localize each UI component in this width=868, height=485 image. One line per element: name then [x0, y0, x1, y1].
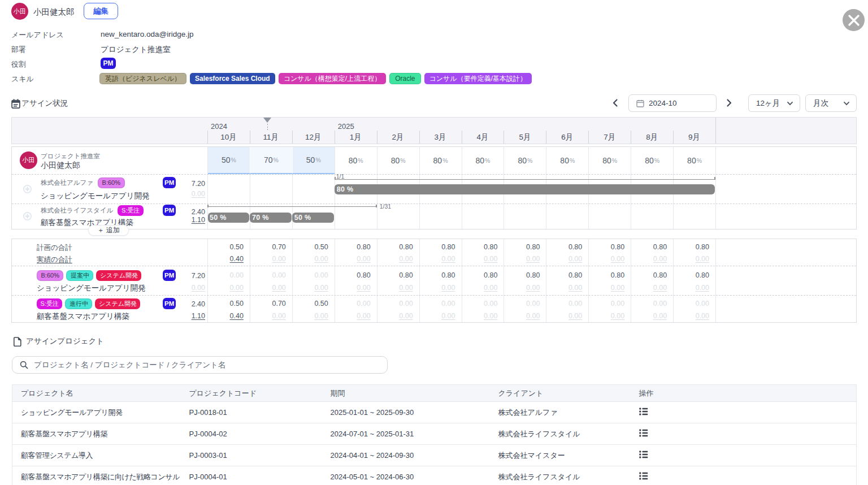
badges-line: B:60%提案中システム開発: [37, 270, 141, 281]
list-icon[interactable]: [639, 451, 648, 458]
table-row: 顧客基盤スマホアプリ構築PJ-0004-022024-07-01 ~ 2025-…: [12, 423, 857, 445]
add-assignment-button[interactable]: ＋ 追加: [88, 225, 129, 236]
column-header: 期間: [322, 385, 490, 402]
utilization-value: 80: [645, 156, 654, 165]
utilization-value: 80: [518, 156, 527, 165]
email-value: new_kentaro.oda@iridge.jp: [101, 30, 194, 38]
edit-button[interactable]: 編集: [84, 3, 118, 19]
month-value: 0.00: [591, 300, 624, 308]
utilization-cell: 80%: [674, 147, 715, 174]
table-cell: 顧客管理システム導入: [12, 445, 181, 466]
table-cell: 株式会社ライフスタイル: [490, 423, 631, 445]
utilization-cell: 70%: [250, 147, 292, 174]
percent-sign: %: [442, 157, 448, 164]
utilization-value: 80: [602, 156, 611, 165]
chevron-left-icon: [611, 98, 620, 107]
gantt-month-label: 11月: [250, 132, 292, 142]
status-badge: B:60%: [37, 270, 63, 281]
badges-line: S:受注進行中システム開発: [37, 298, 140, 309]
calendar-icon: [11, 99, 20, 109]
period-tick: [376, 205, 377, 207]
gantt-header-separator: [292, 131, 293, 144]
plan-total-label: 計画の合計: [37, 243, 72, 253]
percent-sign: %: [527, 157, 532, 164]
project-search[interactable]: [12, 356, 388, 374]
gantt-bar[interactable]: 50 %: [292, 213, 333, 223]
gantt-bar-label: 50 %: [210, 214, 227, 222]
table-cell: 顧客基盤スマホアプリ構築: [12, 423, 181, 445]
actions-cell: [631, 445, 857, 466]
month-value: 0.80: [422, 271, 455, 279]
project-search-input[interactable]: [34, 361, 387, 369]
month-value: 0.80: [463, 243, 497, 251]
utilization-cell: 80%: [377, 147, 419, 174]
period-tick: [714, 177, 715, 180]
gantt-bar[interactable]: 70 %: [250, 213, 291, 223]
mode-select[interactable]: 月次: [805, 94, 857, 112]
month-value: 0.40: [210, 312, 244, 320]
gantt-header-separator: [504, 131, 504, 144]
grid-line: [673, 239, 674, 322]
expand-icon[interactable]: [23, 185, 32, 193]
gantt-month-label: 8月: [631, 132, 673, 142]
month-value: 0.00: [675, 312, 709, 320]
month-value: 0.00: [252, 284, 286, 292]
mode-select-value: 月次: [813, 98, 828, 109]
period-line: [335, 179, 715, 180]
gantt-header-separator: [631, 131, 631, 144]
utilization-cell: 80%: [420, 147, 462, 174]
utilization-value: 80: [349, 156, 358, 165]
utilization-value: 70: [264, 155, 273, 164]
table-cell: ショッピングモールアプリ開発: [12, 402, 181, 423]
client-line: 株式会社ライフスタイルS:受注: [41, 205, 144, 216]
client-name: 株式会社アルファ: [41, 179, 93, 187]
actual-total: 1.10: [171, 216, 205, 224]
chevron-down-icon: [787, 100, 793, 107]
list-icon[interactable]: [639, 472, 648, 480]
month-value: 0.80: [548, 271, 582, 279]
range-select[interactable]: 12ヶ月: [748, 94, 800, 112]
calendar-small-icon: [636, 99, 644, 107]
prev-month-button[interactable]: [611, 98, 620, 109]
gantt-body: 50%70%50%80%80%80%80%80%80%80%80%80%小田プロ…: [11, 146, 857, 229]
month-value: 0.00: [337, 312, 371, 320]
grid-line: [377, 239, 377, 322]
utilization-cell: 80%: [631, 147, 673, 174]
next-month-button[interactable]: [724, 98, 734, 109]
month-value: 0.80: [591, 243, 624, 251]
close-button[interactable]: [843, 9, 865, 31]
close-icon: [848, 14, 860, 27]
client-line: 株式会社アルファB:60%: [41, 177, 125, 188]
department-label: 部署: [11, 45, 26, 55]
period-date-label: 1/31: [380, 203, 391, 210]
month-value: 0.00: [337, 284, 371, 292]
projects-table: プロジェクト名プロジェクトコード期間クライアント操作 ショッピングモールアプリ開…: [12, 384, 857, 485]
month-value: 0.00: [548, 255, 582, 263]
gantt-header-separator: [546, 131, 546, 144]
date-picker[interactable]: 2024-10: [628, 94, 717, 112]
totals-table: 計画の合計実績の合計0.500.700.500.800.800.800.800.…: [11, 239, 857, 323]
list-icon[interactable]: [639, 429, 648, 437]
gantt-month-label: 7月: [588, 132, 631, 142]
table-row: ショッピングモールアプリ開発PJ-0018-012025-01-01 ~ 202…: [12, 402, 857, 423]
month-value: 0.00: [506, 284, 540, 292]
plan-total: 2.40: [171, 208, 205, 216]
month-value: 0.00: [548, 300, 582, 308]
utilization-cell: 80%: [335, 147, 377, 174]
skills-list: 英語（ビジネスレベル）Salesforce Sales Cloudコンサル（構想…: [99, 73, 532, 84]
period-line: [207, 206, 377, 207]
avatar: 小田: [11, 3, 28, 20]
utilization-value: 80: [560, 156, 569, 165]
month-value: 0.80: [379, 243, 413, 251]
gantt-bar[interactable]: 80 %: [335, 184, 715, 194]
gantt-bar[interactable]: 50 %: [208, 213, 249, 223]
month-value: 0.00: [506, 300, 540, 308]
month-value: 0.80: [675, 243, 709, 251]
month-value: 0.00: [506, 255, 540, 263]
gantt-month-label: 10月: [207, 132, 250, 142]
expand-icon[interactable]: [23, 212, 32, 220]
month-value: 0.00: [548, 312, 582, 320]
grid-line: [462, 239, 462, 322]
gantt-header-separator: [462, 131, 462, 144]
list-icon[interactable]: [639, 408, 648, 415]
